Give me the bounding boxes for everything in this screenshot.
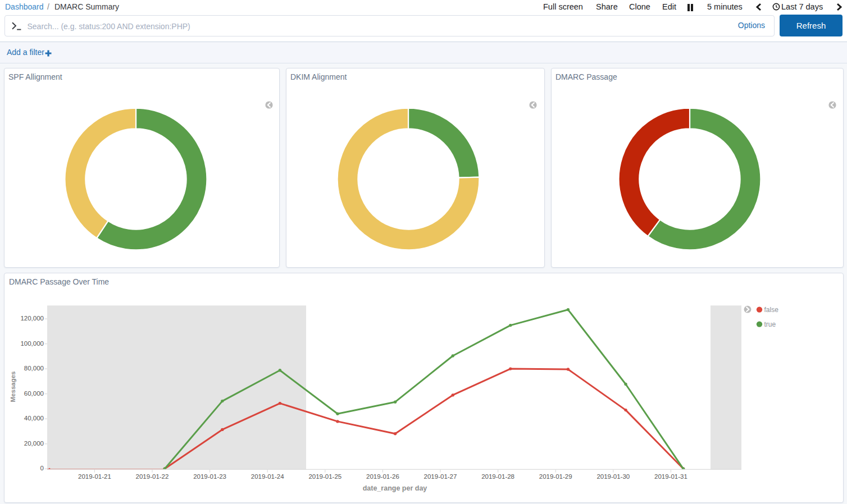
svg-text:2019-01-30: 2019-01-30 xyxy=(596,473,630,480)
svg-text:2019-01-24: 2019-01-24 xyxy=(251,473,284,480)
svg-text:2019-01-23: 2019-01-23 xyxy=(193,473,226,480)
svg-text:false: false xyxy=(764,306,779,314)
svg-text:0: 0 xyxy=(40,465,44,471)
svg-text:120,000: 120,000 xyxy=(20,315,44,322)
svg-text:2019-01-21: 2019-01-21 xyxy=(78,473,111,480)
svg-text:80,000: 80,000 xyxy=(24,365,44,372)
svg-text:true: true xyxy=(764,320,776,328)
svg-text:2019-01-31: 2019-01-31 xyxy=(654,473,687,480)
svg-text:100,000: 100,000 xyxy=(20,340,44,347)
svg-text:20,000: 20,000 xyxy=(24,440,44,447)
svg-text:date_range per day: date_range per day xyxy=(363,484,427,492)
svg-text:2019-01-26: 2019-01-26 xyxy=(366,473,399,480)
svg-text:2019-01-22: 2019-01-22 xyxy=(136,473,169,480)
svg-text:2019-01-27: 2019-01-27 xyxy=(424,473,457,480)
svg-text:40,000: 40,000 xyxy=(24,415,44,421)
svg-text:Messages: Messages xyxy=(10,372,16,402)
svg-text:2019-01-28: 2019-01-28 xyxy=(481,473,514,480)
svg-text:2019-01-29: 2019-01-29 xyxy=(539,473,572,480)
svg-text:2019-01-25: 2019-01-25 xyxy=(308,473,341,480)
svg-text:60,000: 60,000 xyxy=(24,390,44,397)
